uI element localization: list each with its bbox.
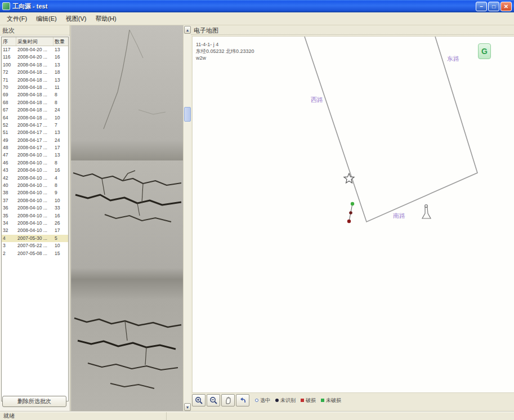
batch-row[interactable]: 52 2008-04-17 ... 7 bbox=[2, 122, 68, 129]
batch-row-seq: 72 bbox=[2, 69, 16, 76]
batch-row[interactable]: 69 2008-04-18 ... 8 bbox=[2, 91, 68, 99]
batch-row-qty: 4 bbox=[53, 175, 68, 182]
scroll-thumb[interactable] bbox=[184, 107, 191, 122]
batch-row-qty: 8 bbox=[53, 182, 68, 189]
batch-row[interactable]: 35 2008-04-10 ... 16 bbox=[2, 212, 68, 220]
batch-row[interactable]: 2 2007-05-08 ... 15 bbox=[2, 250, 68, 257]
batch-row-seq: 32 bbox=[2, 227, 16, 234]
batch-row-seq: 51 bbox=[2, 129, 16, 136]
batch-row[interactable]: 37 2008-04-10 ... 10 bbox=[2, 197, 68, 204]
batch-row-seq: 117 bbox=[2, 46, 16, 53]
batch-row[interactable]: 36 2008-04-10 ... 33 bbox=[2, 204, 68, 212]
batch-row-seq: 52 bbox=[2, 122, 16, 129]
legend-item: 未识别 bbox=[275, 397, 296, 404]
map-canvas[interactable]: 11-4-1- j 4 东经0.05232 北纬0.23320 w2w G 西路… bbox=[192, 36, 514, 393]
batch-table: 序 采集时间 数量 117 2008-04-20 ... 13 116 2008… bbox=[1, 37, 69, 401]
batch-row-time: 2008-04-10 ... bbox=[16, 212, 53, 220]
batch-row-time: 2008-04-18 ... bbox=[16, 91, 53, 99]
undamaged-point bbox=[351, 202, 354, 205]
batch-row-time: 2008-04-20 ... bbox=[16, 53, 53, 61]
batch-row-seq: 49 bbox=[2, 137, 16, 144]
menu-view[interactable]: 视图(V) bbox=[61, 13, 91, 25]
legend-marker-icon bbox=[255, 399, 258, 402]
col-time[interactable]: 采集时间 bbox=[16, 37, 53, 46]
batch-row[interactable]: 64 2008-04-18 ... 10 bbox=[2, 114, 68, 122]
batch-row-qty: 15 bbox=[53, 250, 68, 257]
batch-row-seq: 71 bbox=[2, 77, 16, 84]
menu-file[interactable]: 文件(F) bbox=[2, 13, 32, 25]
scroll-down-arrow-icon[interactable]: ▼ bbox=[184, 403, 191, 411]
batch-row-qty: 16 bbox=[53, 212, 68, 220]
minimize-button[interactable]: – bbox=[476, 2, 487, 11]
photo-scrollbar[interactable]: ▲ ▼ bbox=[183, 25, 191, 412]
map-info-text: 11-4-1- j 4 东经0.05232 北纬0.23320 w2w bbox=[196, 41, 254, 61]
batch-row-seq: 42 bbox=[2, 175, 16, 182]
batch-row[interactable]: 116 2008-04-20 ... 16 bbox=[2, 53, 68, 61]
maximize-button[interactable]: □ bbox=[488, 2, 499, 11]
legend-marker-icon bbox=[321, 399, 324, 402]
batch-row-seq: 48 bbox=[2, 144, 16, 151]
batch-row-qty: 17 bbox=[53, 227, 68, 234]
batch-row[interactable]: 68 2008-04-18 ... 8 bbox=[2, 99, 68, 106]
pan-button[interactable] bbox=[221, 394, 235, 406]
batch-row[interactable]: 71 2008-04-18 ... 13 bbox=[2, 77, 68, 84]
flag-pin-icon bbox=[422, 207, 431, 218]
batch-row[interactable]: 4 2007-05-30 ... 5 bbox=[2, 235, 68, 242]
zoom-out-button[interactable] bbox=[207, 394, 220, 406]
menu-edit[interactable]: 编辑(E) bbox=[32, 13, 61, 25]
batch-row-time: 2008-04-10 ... bbox=[16, 167, 53, 174]
batch-row-qty: 8 bbox=[53, 159, 68, 167]
menu-help[interactable]: 帮助(H) bbox=[91, 13, 120, 25]
road-label-west: 西路 bbox=[311, 96, 323, 104]
batch-row-seq: 43 bbox=[2, 167, 16, 174]
batch-row-time: 2008-04-20 ... bbox=[16, 46, 53, 53]
batch-row-qty: 26 bbox=[53, 220, 68, 227]
batch-row[interactable]: 46 2008-04-10 ... 8 bbox=[2, 159, 68, 167]
batch-row[interactable]: 70 2008-04-18 ... 11 bbox=[2, 84, 68, 91]
batch-row[interactable]: 49 2008-04-17 ... 24 bbox=[2, 137, 68, 144]
zoom-in-icon bbox=[195, 396, 203, 404]
batch-row[interactable]: 32 2008-04-10 ... 17 bbox=[2, 227, 68, 234]
batch-row-qty: 13 bbox=[53, 151, 68, 159]
batch-row[interactable]: 67 2008-04-18 ... 24 bbox=[2, 106, 68, 114]
batch-row[interactable]: 34 2008-04-10 ... 26 bbox=[2, 220, 68, 227]
batch-row[interactable]: 40 2008-04-10 ... 8 bbox=[2, 182, 68, 189]
batch-row-time: 2008-04-18 ... bbox=[16, 61, 53, 69]
batch-row[interactable]: 51 2008-04-17 ... 13 bbox=[2, 129, 68, 136]
batch-row-seq: 38 bbox=[2, 189, 16, 196]
batch-panel: 批次 序 采集时间 数量 117 2008-04-20 ... 13 116 2… bbox=[0, 25, 70, 412]
batch-row[interactable]: 100 2008-04-18 ... 13 bbox=[2, 61, 68, 69]
batch-row-seq: 36 bbox=[2, 204, 16, 212]
batch-row-seq: 100 bbox=[2, 61, 16, 69]
zoom-in-button[interactable] bbox=[192, 394, 205, 406]
batch-row[interactable]: 117 2008-04-20 ... 13 bbox=[2, 46, 68, 53]
batch-row-qty: 16 bbox=[53, 53, 68, 61]
col-qty[interactable]: 数量 bbox=[53, 37, 68, 46]
batch-row-seq: 47 bbox=[2, 151, 16, 159]
batch-row[interactable]: 72 2008-04-18 ... 18 bbox=[2, 69, 68, 76]
status-bar: 就绪 bbox=[0, 412, 514, 420]
batch-row[interactable]: 48 2008-04-17 ... 17 bbox=[2, 144, 68, 151]
legend-item: 破损 bbox=[301, 397, 316, 404]
batch-row[interactable]: 43 2008-04-10 ... 16 bbox=[2, 167, 68, 174]
road-label-east: 东路 bbox=[447, 55, 459, 63]
batch-panel-title: 批次 bbox=[0, 25, 70, 35]
delete-selected-batch-button[interactable]: 删除所选批次 bbox=[2, 396, 66, 407]
batch-row-time: 2008-04-17 ... bbox=[16, 129, 53, 136]
batch-row-qty: 24 bbox=[53, 106, 68, 114]
batch-row-time: 2008-04-10 ... bbox=[16, 204, 53, 212]
batch-row[interactable]: 47 2008-04-10 ... 13 bbox=[2, 151, 68, 159]
col-seq[interactable]: 序 bbox=[2, 37, 16, 46]
batch-row-time: 2008-04-10 ... bbox=[16, 197, 53, 204]
batch-row-qty: 10 bbox=[53, 114, 68, 122]
batch-row[interactable]: 42 2008-04-10 ... 4 bbox=[2, 175, 68, 182]
batch-row-seq: 116 bbox=[2, 53, 16, 61]
scroll-up-arrow-icon[interactable]: ▲ bbox=[184, 26, 191, 34]
undo-button[interactable] bbox=[236, 394, 249, 406]
batch-row-qty: 8 bbox=[53, 99, 68, 106]
close-button[interactable]: ✕ bbox=[500, 2, 512, 11]
batch-row[interactable]: 38 2008-04-10 ... 9 bbox=[2, 189, 68, 196]
batch-row[interactable]: 3 2007-05-22 ... 10 bbox=[2, 242, 68, 249]
batch-row-qty: 13 bbox=[53, 46, 68, 53]
map-panel: 电子地图 11-4-1- j 4 东经0.05232 北纬0.23320 w2w bbox=[191, 25, 514, 412]
